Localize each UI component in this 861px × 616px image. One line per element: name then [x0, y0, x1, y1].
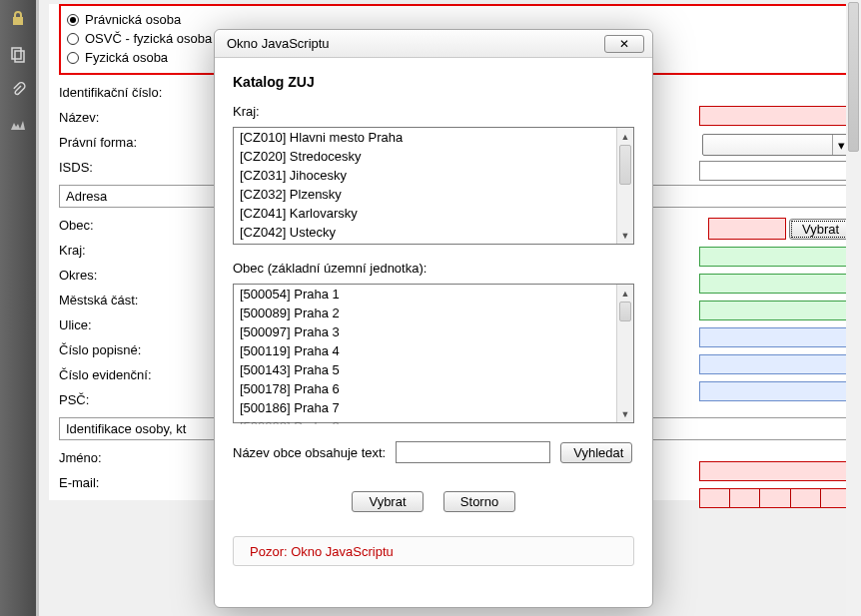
- scroll-up-icon[interactable]: ▲: [617, 285, 633, 302]
- lock-icon[interactable]: [0, 0, 36, 36]
- svg-rect-0: [12, 48, 21, 59]
- field-cp[interactable]: [699, 354, 851, 374]
- field-nazev[interactable]: [699, 106, 851, 126]
- label-jmeno: Jméno:: [59, 450, 239, 465]
- dialog-close-button[interactable]: ✕: [604, 35, 644, 53]
- label-obec: Obec:: [59, 218, 239, 233]
- dialog-alert: Pozor: Okno JavaScriptu: [233, 536, 634, 566]
- listbox-kraj[interactable]: [CZ010] Hlavni mesto Praha[CZ020] Stredo…: [233, 127, 634, 245]
- dialog-zuj: Okno JavaScriptu ✕ Katalog ZUJ Kraj: [CZ…: [214, 29, 653, 608]
- kraj-item[interactable]: [CZ031] Jihocesky: [234, 166, 616, 185]
- radio-dot-icon: [67, 14, 79, 26]
- radio-dot-icon: [67, 33, 79, 45]
- field-email[interactable]: [699, 488, 851, 508]
- listbox-obec[interactable]: [500054] Praha 1[500089] Praha 2[500097]…: [233, 284, 634, 423]
- field-mestska[interactable]: [699, 301, 851, 320]
- field-obec-seg2[interactable]: [734, 218, 759, 240]
- dialog-titlebar[interactable]: Okno JavaScriptu ✕: [215, 30, 652, 58]
- label-mestska: Městská část:: [59, 293, 239, 308]
- select-pravni-forma[interactable]: ▾: [702, 134, 851, 156]
- scroll-down-icon[interactable]: ▼: [617, 405, 633, 422]
- label-ulice: Ulice:: [59, 317, 239, 332]
- field-ulice[interactable]: [699, 327, 851, 347]
- scroll-down-icon[interactable]: ▼: [617, 227, 633, 244]
- label-ident: Identifikační číslo:: [59, 85, 239, 100]
- dialog-title-text: Okno JavaScriptu: [227, 36, 330, 51]
- field-isds[interactable]: [699, 161, 851, 181]
- label-kraj-dlg: Kraj:: [233, 104, 634, 119]
- label-okres: Okres:: [59, 268, 239, 283]
- obec-item[interactable]: [500178] Praha 6: [234, 379, 616, 398]
- paperclip-icon[interactable]: [0, 72, 36, 108]
- kraj-item[interactable]: [CZ010] Hlavni mesto Praha: [234, 128, 616, 147]
- btn-dlg-vybrat[interactable]: Vybrat: [352, 491, 424, 512]
- label-pravni: Právní forma:: [59, 135, 239, 150]
- scrollbar-obec[interactable]: ▲ ▼: [616, 285, 633, 422]
- obec-item[interactable]: [500143] Praha 5: [234, 360, 616, 379]
- alert-text: Pozor: Okno JavaScriptu: [250, 544, 394, 559]
- radio-dot-icon: [67, 52, 79, 64]
- svg-rect-1: [15, 51, 24, 62]
- scrollbar-kraj[interactable]: ▲ ▼: [616, 128, 633, 244]
- obec-item[interactable]: [500089] Praha 2: [234, 304, 616, 322]
- search-label: Název obce obsahuje text:: [233, 445, 386, 460]
- obec-item[interactable]: [500054] Praha 1: [234, 285, 616, 304]
- label-cp: Číslo popisné:: [59, 342, 239, 357]
- label-kraj: Kraj:: [59, 243, 239, 258]
- kraj-item[interactable]: [CZ041] Karlovarsky: [234, 204, 616, 223]
- field-ce[interactable]: [699, 381, 851, 401]
- btn-vyhledat[interactable]: Vyhledat: [560, 442, 632, 463]
- label-nazev: Název:: [59, 110, 239, 125]
- radio-label: Právnická osoba: [85, 12, 181, 27]
- obec-item[interactable]: [500097] Praha 3: [234, 322, 616, 341]
- main-scrollbar[interactable]: [846, 0, 861, 616]
- btn-dlg-storno[interactable]: Storno: [443, 491, 515, 512]
- dialog-heading: Katalog ZUJ: [233, 74, 634, 90]
- label-ce: Číslo evidenční:: [59, 367, 239, 382]
- toolbar-sidebar: [0, 0, 36, 616]
- field-jmeno[interactable]: [699, 461, 851, 481]
- kraj-item[interactable]: [CZ042] Ustecky: [234, 223, 616, 242]
- radio-pravnicka[interactable]: Právnická osoba: [67, 10, 843, 29]
- scroll-up-icon[interactable]: ▲: [617, 128, 633, 145]
- field-obec-seg1[interactable]: [708, 218, 734, 240]
- field-okres[interactable]: [699, 274, 851, 294]
- kraj-item[interactable]: [CZ051] Liberecky: [234, 242, 616, 246]
- label-psc: PSČ:: [59, 392, 239, 407]
- close-icon: ✕: [619, 37, 629, 51]
- label-isds: ISDS:: [59, 160, 239, 175]
- kraj-item[interactable]: [CZ020] Stredocesky: [234, 147, 616, 166]
- search-input[interactable]: [396, 441, 550, 463]
- field-obec-seg3[interactable]: [760, 218, 786, 240]
- radio-label: OSVČ - fyzická osoba: [85, 31, 212, 46]
- field-kraj[interactable]: [699, 247, 851, 267]
- kraj-item[interactable]: [CZ032] Plzensky: [234, 185, 616, 204]
- obec-item[interactable]: [500186] Praha 7: [234, 398, 616, 417]
- label-email: E-mail:: [59, 475, 239, 490]
- btn-vybrat-obec[interactable]: Vybrat: [789, 219, 851, 240]
- label-obec-dlg: Obec (základní územní jednotka):: [233, 261, 634, 276]
- sign-icon[interactable]: [0, 108, 36, 144]
- radio-label: Fyzická osoba: [85, 50, 168, 65]
- obec-item[interactable]: [500208] Praha 8: [234, 417, 616, 424]
- obec-item[interactable]: [500119] Praha 4: [234, 341, 616, 360]
- copy-icon[interactable]: [0, 36, 36, 72]
